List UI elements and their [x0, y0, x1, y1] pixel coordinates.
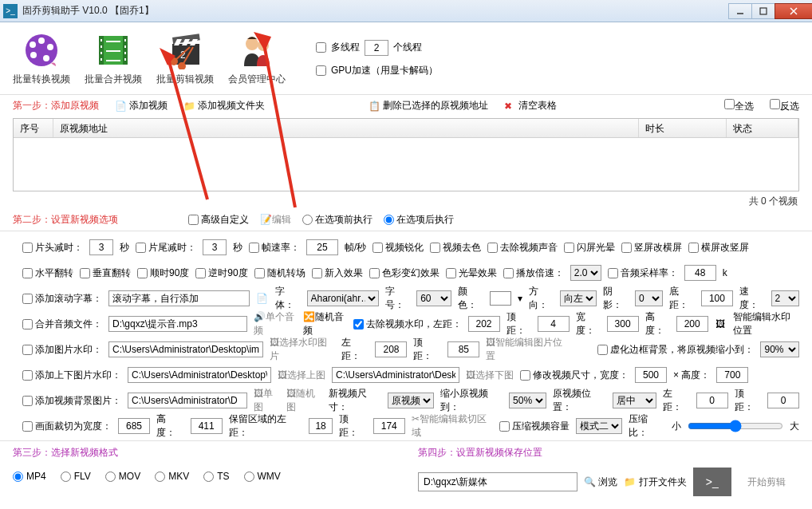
exec-after-radio[interactable]: 在选项后执行 [384, 213, 454, 227]
minimize-button[interactable] [728, 3, 752, 19]
fmt-ts-radio[interactable]: TS [203, 471, 229, 482]
keep-left-input[interactable] [309, 418, 333, 434]
crop-h-input[interactable] [191, 418, 223, 434]
position-select[interactable]: 居中 [613, 393, 657, 408]
fmt-flv-radio[interactable]: FLV [61, 471, 91, 482]
add-folder-button[interactable]: 📁添加视频文件夹 [183, 99, 265, 112]
select-all-checkbox[interactable]: 全选 [724, 99, 754, 113]
v2h-checkbox[interactable]: 竖屏改横屏 [621, 241, 682, 254]
rand-trans-checkbox[interactable]: 随机转场 [254, 266, 305, 280]
table-body[interactable] [14, 138, 798, 191]
tail-cut-input[interactable] [203, 239, 227, 255]
speed-checkbox[interactable]: 播放倍速： [503, 266, 564, 280]
audio-path-input[interactable] [108, 316, 247, 332]
fontsize-select[interactable]: 60 [416, 290, 451, 306]
hflip-checkbox[interactable]: 水平翻转 [22, 266, 73, 280]
save-path-input[interactable] [418, 472, 577, 491]
remove-watermark-checkbox[interactable]: 去除视频水印，左距： [353, 318, 462, 331]
maximize-button[interactable] [751, 3, 775, 19]
col-path[interactable]: 原视频地址 [53, 119, 639, 137]
wm-width-input[interactable] [607, 316, 639, 332]
insert-fx-checkbox[interactable]: 新入效果 [312, 266, 363, 280]
smart-wm-icon[interactable]: 🖼 [715, 317, 727, 331]
compress-checkbox[interactable]: 压缩视频容量 [499, 420, 570, 433]
fmt-mp4-radio[interactable]: MP4 [13, 471, 46, 482]
remove-audio-checkbox[interactable]: 去除视频声音 [487, 241, 558, 254]
single-img-button[interactable]: 🖼单图 [254, 387, 280, 414]
wm-height-input[interactable] [676, 316, 708, 332]
run-icon-button[interactable]: >_ [693, 468, 731, 496]
head-cut-checkbox[interactable]: 片头减时： [22, 241, 83, 254]
advanced-checkbox[interactable]: 高级自定义 [188, 213, 249, 227]
random-img-button[interactable]: 🖼随机图 [286, 387, 321, 414]
browse-button[interactable]: 🔍 浏览 [584, 475, 617, 489]
halo-fx-checkbox[interactable]: 光晕效果 [446, 266, 497, 280]
resize-w-input[interactable] [635, 367, 667, 383]
img-watermark-checkbox[interactable]: 添加图片水印： [22, 343, 102, 357]
tb-watermark-checkbox[interactable]: 添加上下图片水印： [22, 369, 121, 382]
delete-selected-button[interactable]: 📋删除已选择的原视频地址 [369, 99, 488, 112]
fmt-wmv-radio[interactable]: WMV [244, 471, 281, 482]
blur-edge-checkbox[interactable]: 虚化边框背景，将原视频缩小到： [597, 343, 754, 357]
smart-wm-button[interactable]: 智能编辑水印位置 [733, 310, 799, 337]
vflip-checkbox[interactable]: 垂直翻转 [80, 266, 131, 280]
fmt-mkv-radio[interactable]: MKV [155, 471, 189, 482]
wm-top-input[interactable] [538, 316, 570, 332]
shadow-select[interactable]: 0 [635, 290, 663, 306]
resize-checkbox[interactable]: 修改视频尺寸，宽度： [520, 369, 629, 382]
color-fx-checkbox[interactable]: 色彩变幻效果 [369, 266, 440, 280]
clip-tool[interactable]: 2 批量剪辑视频 [156, 31, 214, 86]
smart-crop-button[interactable]: ✂智能编辑裁切区域 [412, 412, 493, 440]
select-bot-img-button[interactable]: 🖼选择下图 [466, 369, 514, 382]
scroll-text-input[interactable] [108, 290, 250, 306]
decolor-checkbox[interactable]: 视频去色 [430, 241, 481, 254]
img-left-input[interactable] [375, 341, 407, 357]
new-size-select[interactable]: 原视频 [388, 393, 434, 408]
scroll-text-checkbox[interactable]: 添加滚动字幕： [22, 292, 102, 306]
bg-img-checkbox[interactable]: 添加视频背景图片： [22, 394, 121, 408]
merge-tool[interactable]: 批量合并视频 [85, 31, 142, 86]
clear-table-button[interactable]: ✖清空表格 [504, 99, 557, 112]
sharpen-checkbox[interactable]: 视频锐化 [372, 241, 424, 254]
dropdown-icon[interactable]: ▾ [518, 293, 522, 304]
audio-rate-input[interactable] [684, 265, 716, 281]
convert-tool[interactable]: 批量转换视频 [13, 31, 70, 86]
keep-top-input[interactable] [373, 418, 405, 434]
h2v-checkbox[interactable]: 横屏改竖屏 [688, 241, 749, 254]
select-top-img-button[interactable]: 🖼选择上图 [278, 369, 325, 382]
member-tool[interactable]: 会员管理中心 [228, 31, 286, 86]
head-cut-input[interactable] [89, 239, 113, 255]
tail-cut-checkbox[interactable]: 片尾减时： [136, 241, 196, 254]
img-wm-path-input[interactable] [108, 341, 263, 357]
bg-top-input[interactable] [767, 393, 799, 408]
col-seq[interactable]: 序号 [14, 119, 53, 137]
bg-left-input[interactable] [696, 393, 728, 408]
flash-checkbox[interactable]: 闪屏光晕 [564, 241, 615, 254]
scroll-speed-select[interactable]: 2 [771, 290, 799, 306]
text-file-icon[interactable]: 📄 [256, 291, 269, 306]
start-button[interactable]: 开始剪辑 [738, 471, 795, 494]
audio-rate-checkbox[interactable]: 音频采样率： [608, 266, 678, 280]
exec-before-radio[interactable]: 在选项前执行 [302, 213, 372, 227]
fps-input[interactable] [306, 239, 338, 255]
shrink-select[interactable]: 50% [509, 393, 546, 408]
compress-slider[interactable] [688, 420, 783, 432]
open-folder-button[interactable]: 📁 打开文件夹 [624, 475, 686, 489]
invert-checkbox[interactable]: 反选 [770, 99, 799, 113]
merge-audio-checkbox[interactable]: 合并音频文件： [22, 318, 102, 331]
font-select[interactable]: Aharoni(ahr… [307, 290, 379, 306]
threads-input[interactable] [365, 40, 388, 56]
random-audio-button[interactable]: 🔀随机音频 [303, 310, 346, 337]
edit-button[interactable]: 📝编辑 [260, 213, 291, 227]
resize-h-input[interactable] [716, 367, 748, 383]
direction-select[interactable]: 向左 [560, 290, 597, 306]
crop-w-input[interactable] [118, 418, 150, 434]
blur-percent-select[interactable]: 90% [760, 341, 799, 357]
bot-img-path-input[interactable] [332, 367, 459, 383]
add-video-button[interactable]: 📄添加视频 [115, 99, 168, 112]
wm-left-input[interactable] [468, 316, 500, 332]
multithread-checkbox[interactable] [316, 42, 326, 53]
col-duration[interactable]: 时长 [639, 119, 727, 137]
bg-path-input[interactable] [128, 393, 247, 408]
crop-checkbox[interactable]: 画面裁切为宽度： [22, 420, 112, 433]
